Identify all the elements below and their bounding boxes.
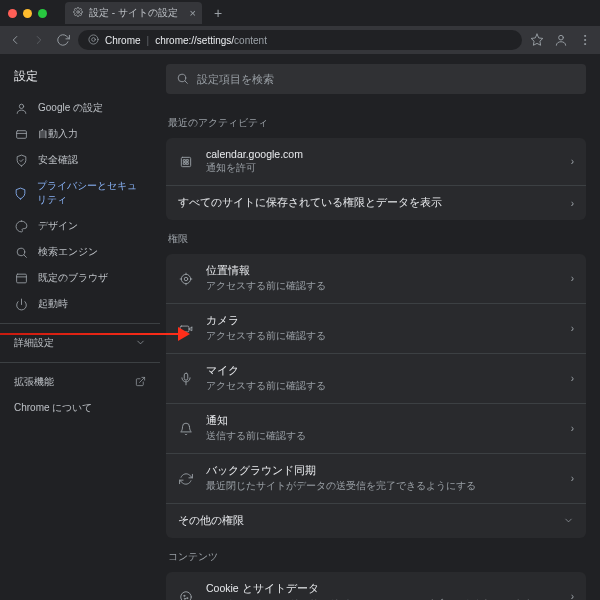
reload-button[interactable] <box>56 33 70 47</box>
svg-point-37 <box>184 598 185 599</box>
svg-point-7 <box>584 44 585 45</box>
window-maximize-button[interactable] <box>38 9 47 18</box>
recent-card: calendar.google.com 通知を許可 › すべてのサイトに保存され… <box>166 138 586 220</box>
chevron-right-icon: › <box>571 591 574 600</box>
sidebar-extensions[interactable]: 拡張機能 <box>0 369 160 395</box>
content-card: Cookie とサイトデータシークレット モードでサードパーティの Cookie… <box>166 572 586 600</box>
perm-title: カメラ <box>206 314 559 328</box>
sidebar-advanced[interactable]: 詳細設定 <box>0 330 160 356</box>
svg-point-4 <box>559 35 564 40</box>
browser-tab[interactable]: 設定 - サイトの設定 × <box>65 2 202 24</box>
sidebar-item-autofill[interactable]: 自動入力 <box>0 121 160 147</box>
search-placeholder: 設定項目を検索 <box>197 72 274 87</box>
mic-icon <box>178 371 194 387</box>
all-sites-row[interactable]: すべてのサイトに保存されている権限とデータを表示 › <box>166 185 586 220</box>
new-tab-button[interactable]: + <box>214 5 222 21</box>
sidebar-about[interactable]: Chrome について <box>0 395 160 421</box>
shield-icon <box>14 186 27 200</box>
power-icon <box>14 297 28 311</box>
perm-sub: アクセスする前に確認する <box>206 330 559 343</box>
perm-card: 位置情報アクセスする前に確認する › カメラアクセスする前に確認する › マイク… <box>166 254 586 538</box>
svg-rect-30 <box>180 326 189 332</box>
address-bar[interactable]: Chrome | chrome://settings/content <box>78 30 522 50</box>
perm-mic-row[interactable]: マイクアクセスする前に確認する › <box>166 353 586 403</box>
sidebar-about-label: Chrome について <box>14 401 92 415</box>
sidebar-title: 設定 <box>0 64 160 95</box>
chevron-right-icon: › <box>571 373 574 384</box>
svg-point-34 <box>181 591 192 600</box>
svg-point-24 <box>184 277 188 281</box>
back-button[interactable] <box>8 33 22 47</box>
search-icon <box>176 72 189 87</box>
sidebar-item-safety[interactable]: 安全確認 <box>0 147 160 173</box>
perm-more-label: その他の権限 <box>178 514 551 528</box>
svg-rect-21 <box>187 159 189 161</box>
perm-title: マイク <box>206 364 559 378</box>
svg-point-6 <box>584 39 585 40</box>
bell-icon <box>178 421 194 437</box>
sidebar-item-google[interactable]: Google の設定 <box>0 95 160 121</box>
perm-sub: 最近閉じたサイトがデータの送受信を完了できるようにする <box>206 480 559 493</box>
search-input[interactable]: 設定項目を検索 <box>166 64 586 94</box>
svg-marker-3 <box>531 34 543 45</box>
chevron-right-icon: › <box>571 473 574 484</box>
perm-sub: アクセスする前に確認する <box>206 280 559 293</box>
perm-sub: アクセスする前に確認する <box>206 380 559 393</box>
window-titlebar: 設定 - サイトの設定 × + <box>0 0 600 26</box>
perm-location-row[interactable]: 位置情報アクセスする前に確認する › <box>166 254 586 303</box>
sidebar-item-search[interactable]: 検索エンジン <box>0 239 160 265</box>
sidebar-item-label: 既定のブラウザ <box>38 271 108 285</box>
perm-notifications-row[interactable]: 通知送信する前に確認する › <box>166 403 586 453</box>
bookmark-icon[interactable] <box>530 33 544 47</box>
menu-icon[interactable] <box>578 33 592 47</box>
sidebar-item-privacy[interactable]: プライバシーとセキュリティ <box>0 173 160 213</box>
forward-button[interactable] <box>32 33 46 47</box>
sidebar-item-default[interactable]: 既定のブラウザ <box>0 265 160 291</box>
chevron-right-icon: › <box>571 273 574 284</box>
tab-close-icon[interactable]: × <box>189 7 195 19</box>
address-prefix: Chrome <box>105 35 141 46</box>
sync-icon <box>178 471 194 487</box>
perm-title: バックグラウンド同期 <box>206 464 559 478</box>
profile-icon[interactable] <box>554 33 568 47</box>
sidebar-item-label: Google の設定 <box>38 101 103 115</box>
sidebar-extensions-label: 拡張機能 <box>14 375 54 389</box>
svg-rect-9 <box>16 130 26 138</box>
window-minimize-button[interactable] <box>23 9 32 18</box>
content-cookies-row[interactable]: Cookie とサイトデータシークレット モードでサードパーティの Cookie… <box>166 572 586 600</box>
palette-icon <box>14 219 28 233</box>
chevron-down-icon <box>563 515 574 528</box>
perm-bgsync-row[interactable]: バックグラウンド同期最近閉じたサイトがデータの送受信を完了できるようにする › <box>166 453 586 503</box>
settings-content: 設定項目を検索 最近のアクティビティ calendar.google.com 通… <box>160 54 600 600</box>
toolbar: Chrome | chrome://settings/content <box>0 26 600 54</box>
chrome-icon <box>88 34 99 47</box>
svg-line-12 <box>24 255 26 257</box>
settings-sidebar: 設定 Google の設定 自動入力 安全確認 プライバシーとセキュリティ デザ… <box>0 54 160 600</box>
recent-site-row[interactable]: calendar.google.com 通知を許可 › <box>166 138 586 185</box>
sidebar-item-label: 検索エンジン <box>38 245 98 259</box>
svg-point-17 <box>178 74 186 82</box>
sidebar-item-label: デザイン <box>38 219 78 233</box>
svg-point-11 <box>17 248 25 256</box>
perm-sub: 送信する前に確認する <box>206 430 559 443</box>
chevron-right-icon: › <box>571 323 574 334</box>
window-close-button[interactable] <box>8 9 17 18</box>
sidebar-item-label: 起動時 <box>38 297 68 311</box>
svg-line-18 <box>185 81 187 83</box>
sidebar-item-startup[interactable]: 起動時 <box>0 291 160 317</box>
svg-rect-20 <box>184 159 186 161</box>
gear-icon <box>73 7 83 19</box>
sidebar-item-label: 安全確認 <box>38 153 78 167</box>
chevron-right-icon: › <box>571 156 574 167</box>
svg-rect-32 <box>184 373 188 380</box>
perm-camera-row[interactable]: カメラアクセスする前に確認する › <box>166 303 586 353</box>
sidebar-item-appearance[interactable]: デザイン <box>0 213 160 239</box>
perm-more-row[interactable]: その他の権限 <box>166 503 586 538</box>
svg-point-2 <box>92 37 96 41</box>
svg-point-35 <box>184 595 185 596</box>
camera-icon <box>178 321 194 337</box>
location-icon <box>178 271 194 287</box>
cookie-icon <box>178 589 194 601</box>
chevron-right-icon: › <box>571 423 574 434</box>
site-icon <box>178 154 194 170</box>
